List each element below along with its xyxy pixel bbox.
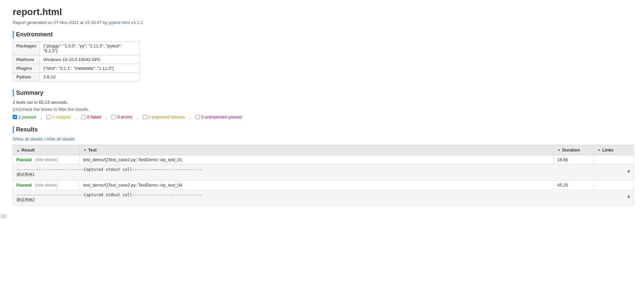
summary-section: 2 tests ran in 65.13 seconds. (Un)check … (13, 100, 634, 119)
filter-count-passed: 2 passed (18, 114, 36, 119)
filter-count-errors: 0 errors (117, 114, 132, 119)
result-status-cell: Passed (hide details) (13, 155, 80, 165)
filter-xfail: 0 expected failures (143, 114, 185, 119)
duration-cell: 18.66 (554, 155, 594, 165)
hide-all-details-link[interactable]: Hide all details (46, 136, 75, 142)
env-row: Packages{"pluggy": "1.0.0", "py": "1.11.… (13, 42, 140, 55)
col-header-duration[interactable]: ▼Duration (554, 145, 594, 155)
filter-passed: 2 passed (13, 114, 36, 119)
summary-heading: Summary (13, 89, 634, 96)
filter-count-skipped: 0 skipped (52, 114, 71, 119)
links-cell (594, 155, 634, 165)
env-key: Packages (13, 42, 40, 55)
filter-hint-text: (Un)check the boxes to filter the result… (13, 107, 634, 112)
sort-arrow-result: ▲ (16, 148, 20, 152)
col-header-test[interactable]: ▼Test (80, 145, 554, 155)
env-value: {"html": "3.1.1", "metadata": "1.11.0"} (40, 64, 140, 73)
tests-ran-text: 2 tests ran in 65.13 seconds. (13, 100, 634, 105)
detail-text: ----------------------------Captured std… (16, 193, 202, 203)
env-value: {"pluggy": "1.0.0", "py": "1.11.0", "pyt… (40, 42, 140, 55)
env-key: Plugins (13, 64, 40, 73)
col-header-result[interactable]: ▲Result (13, 145, 80, 155)
sort-arrow-duration: ▼ (557, 148, 561, 152)
report-meta: Report generated on 27-Nov-2021 at 15:34… (13, 20, 634, 25)
filter-row: 2 passed,0 skipped,0 failed,0 errors,0 e… (13, 114, 634, 119)
details-links: Show all details / Hide all details (13, 136, 634, 142)
detail-text: ----------------------------Captured std… (16, 167, 202, 178)
result-row: Passed (hide details) test_demo/QTest_ca… (13, 181, 634, 190)
results-section: Show all details / Hide all details ▲Res… (13, 136, 634, 206)
result-row: Passed (hide details) test_demo/QTest_ca… (13, 155, 634, 165)
col-header-links[interactable]: ▼Links (594, 145, 634, 155)
hide-details-label[interactable]: (hide details) (35, 183, 58, 188)
filter-errors: 0 errors (112, 114, 132, 119)
passed-status: Passed (16, 183, 32, 188)
result-status-cell: Passed (hide details) (13, 181, 80, 190)
links-cell (594, 181, 634, 190)
sort-arrow-links: ▼ (597, 148, 601, 152)
duration-cell: 45.25 (554, 181, 594, 190)
env-value: Windows-10-10.0.19042-SP0 (40, 55, 140, 64)
test-name-cell: test_demo/QTest_case2.py::TestDemo::vip_… (80, 155, 554, 165)
filter-count-failed: 0 failed (87, 114, 101, 119)
filter-count-xpass: 0 unexpected passes (201, 114, 242, 119)
env-key: Platform (13, 55, 40, 64)
environment-table: Packages{"pluggy": "1.0.0", "py": "1.11.… (13, 41, 140, 81)
hide-details-label[interactable]: (hide details) (35, 158, 58, 162)
page-title: report.html (13, 7, 634, 17)
show-all-details-link[interactable]: Show all details (13, 136, 43, 142)
environment-heading: Environment (13, 31, 634, 38)
detail-row: ----------------------------Captured std… (13, 165, 634, 181)
filter-failed: 0 failed (81, 114, 101, 119)
sort-arrow-test: ▼ (83, 148, 87, 152)
detail-content: ----------------------------Captured std… (16, 167, 630, 178)
env-row: Python3.8.10 (13, 73, 140, 81)
filter-checkbox-passed[interactable] (13, 115, 17, 119)
env-row: Plugins{"html": "3.1.1", "metadata": "1.… (13, 64, 140, 73)
filter-checkbox-xpass[interactable] (195, 115, 200, 119)
env-key: Python (13, 73, 40, 81)
filter-count-xfail: 0 expected failures (149, 114, 185, 119)
detail-content: ----------------------------Captured std… (16, 193, 630, 203)
filter-checkbox-errors[interactable] (112, 115, 116, 119)
filter-xpass: 0 unexpected passes (195, 114, 242, 119)
pytest-html-link[interactable]: pytest-html (109, 20, 130, 25)
test-name-cell: test_demo/QTest_case2.py::TestDemo::vip_… (80, 181, 554, 190)
passed-status: Passed (16, 157, 32, 162)
env-row: PlatformWindows-10-10.0.19042-SP0 (13, 55, 140, 64)
filter-skipped: 0 skipped (46, 114, 71, 119)
scroll-up-btn[interactable]: ▲ (627, 193, 630, 199)
env-value: 3.8.10 (40, 73, 140, 81)
filter-checkbox-failed[interactable] (81, 115, 86, 119)
detail-row: ----------------------------Captured std… (13, 190, 634, 206)
filter-checkbox-xfail[interactable] (143, 115, 147, 119)
line-number: 29 (0, 214, 7, 219)
results-heading: Results (13, 126, 634, 133)
filter-checkbox-skipped[interactable] (46, 115, 51, 119)
scroll-up-btn[interactable]: ▲ (627, 167, 630, 174)
results-table: ▲Result▼Test▼Duration▼Links Passed (hide… (13, 145, 634, 206)
